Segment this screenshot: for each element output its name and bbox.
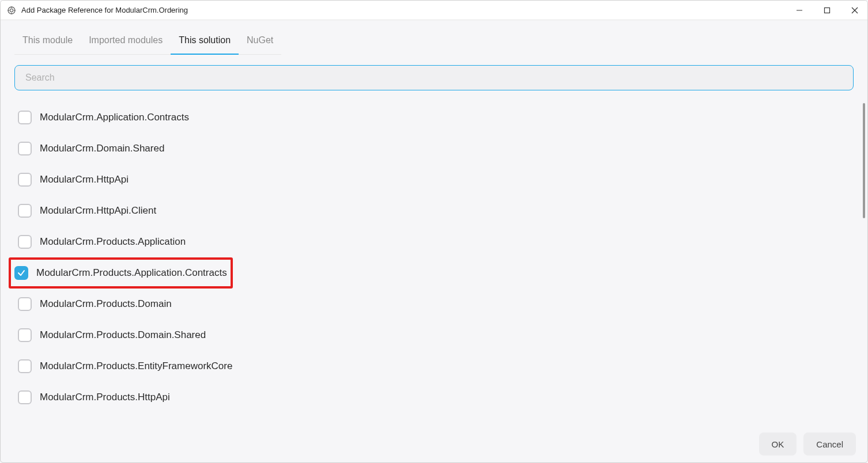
list-item[interactable]: ModularCrm.Products.EntityFrameworkCore bbox=[14, 351, 854, 382]
package-label: ModularCrm.Domain.Shared bbox=[40, 143, 164, 154]
package-label: ModularCrm.Products.EntityFrameworkCore bbox=[40, 360, 232, 372]
checkbox[interactable] bbox=[18, 390, 32, 404]
checkbox[interactable] bbox=[18, 204, 32, 218]
maximize-button[interactable] bbox=[820, 3, 834, 17]
svg-rect-7 bbox=[825, 7, 830, 13]
checkbox[interactable] bbox=[18, 328, 32, 342]
list-item[interactable]: ModularCrm.Products.Domain.Shared bbox=[14, 320, 854, 351]
list-item[interactable]: ModularCrm.Products.Application bbox=[14, 226, 854, 257]
checkbox[interactable] bbox=[18, 173, 32, 187]
app-icon bbox=[6, 5, 17, 16]
titlebar: Add Package Reference for ModularCrm.Ord… bbox=[1, 1, 867, 20]
list-item[interactable]: ModularCrm.Products.HttpApi bbox=[14, 382, 854, 413]
checkbox[interactable] bbox=[18, 235, 32, 249]
package-list: ModularCrm.Application.ContractsModularC… bbox=[1, 95, 867, 426]
scrollbar-thumb[interactable] bbox=[863, 103, 865, 218]
search-wrap bbox=[1, 55, 867, 95]
tab-this-solution[interactable]: This solution bbox=[171, 29, 239, 55]
package-label: ModularCrm.Products.Application.Contract… bbox=[36, 267, 227, 279]
list-item[interactable]: ModularCrm.Domain.Shared bbox=[14, 133, 854, 164]
checkbox[interactable] bbox=[18, 359, 32, 373]
tab-this-module[interactable]: This module bbox=[14, 29, 81, 55]
package-label: ModularCrm.HttpApi bbox=[40, 174, 129, 185]
package-label: ModularCrm.Products.Application bbox=[40, 236, 186, 248]
checkbox[interactable] bbox=[18, 142, 32, 155]
checkbox[interactable] bbox=[14, 266, 28, 280]
window-controls bbox=[792, 3, 862, 17]
package-label: ModularCrm.HttpApi.Client bbox=[40, 205, 156, 217]
list-item[interactable]: ModularCrm.HttpApi bbox=[14, 164, 854, 195]
ok-button[interactable]: OK bbox=[759, 432, 797, 456]
svg-point-1 bbox=[10, 9, 13, 12]
list-item[interactable]: ModularCrm.Products.Application.Contract… bbox=[9, 257, 233, 289]
minimize-button[interactable] bbox=[792, 3, 806, 17]
search-input[interactable] bbox=[14, 65, 854, 90]
cancel-button[interactable]: Cancel bbox=[803, 432, 856, 456]
package-label: ModularCrm.Products.Domain bbox=[40, 298, 172, 310]
tab-nuget[interactable]: NuGet bbox=[239, 29, 281, 55]
checkbox[interactable] bbox=[18, 297, 32, 311]
list-item[interactable]: ModularCrm.HttpApi.Client bbox=[14, 195, 854, 226]
close-button[interactable] bbox=[848, 3, 862, 17]
footer: OK Cancel bbox=[1, 426, 867, 462]
tabs: This moduleImported modulesThis solution… bbox=[1, 20, 867, 55]
package-label: ModularCrm.Products.Domain.Shared bbox=[40, 329, 206, 341]
checkbox[interactable] bbox=[18, 111, 32, 124]
package-label: ModularCrm.Application.Contracts bbox=[40, 112, 189, 123]
list-item[interactable]: ModularCrm.Products.Domain bbox=[14, 289, 854, 320]
window-title: Add Package Reference for ModularCrm.Ord… bbox=[21, 6, 792, 14]
list-item[interactable]: ModularCrm.Application.Contracts bbox=[14, 102, 854, 133]
package-label: ModularCrm.Products.HttpApi bbox=[40, 392, 170, 403]
tab-imported-modules[interactable]: Imported modules bbox=[81, 29, 171, 55]
